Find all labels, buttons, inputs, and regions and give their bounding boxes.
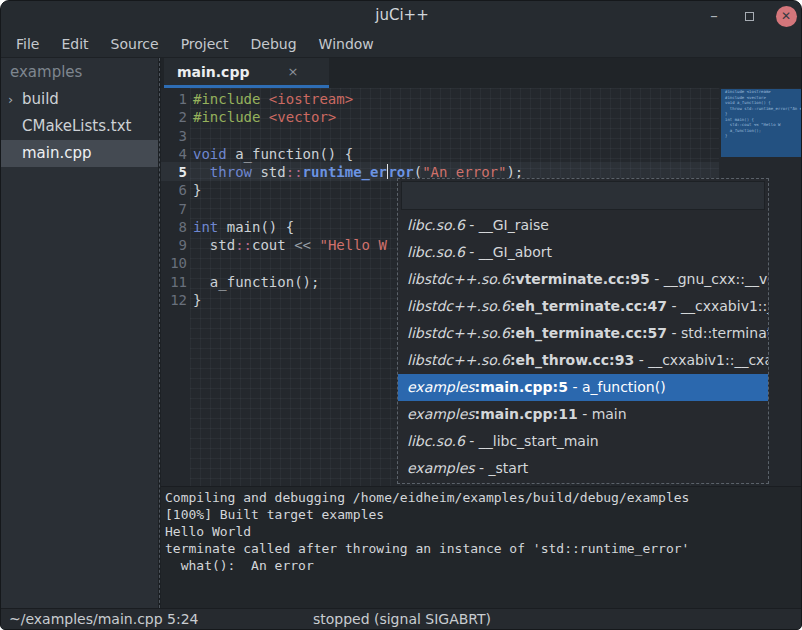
backtrace-row-5[interactable]: libstdc++.so.6:eh_throw.cc:93 - __cxxabi… — [398, 347, 768, 374]
backtrace-popup: libc.so.6 - __GI_raiselibc.so.6 - __GI_a… — [397, 178, 769, 484]
frame-symbol: - __GI_raise — [465, 217, 549, 233]
line-number: 7 — [161, 200, 187, 218]
pane-divider-dash — [159, 58, 160, 608]
backtrace-list: libc.so.6 - __GI_raiselibc.so.6 - __GI_a… — [398, 212, 768, 482]
terminal-line: what(): An error — [165, 557, 802, 574]
frame-library: examples — [407, 379, 475, 395]
code-segment: #include — [193, 109, 269, 125]
backtrace-row-3[interactable]: libstdc++.so.6:eh_terminate.cc:47 - __cx… — [398, 293, 768, 320]
close-button[interactable]: ✕ — [769, 1, 802, 31]
restore-button[interactable] — [734, 1, 764, 31]
tree-item-cmakelists-txt[interactable]: CMakeLists.txt — [1, 113, 158, 140]
terminal-line: Hello World — [165, 523, 802, 540]
close-icon: ✕ — [776, 6, 797, 27]
frame-symbol: - __libc_start_main — [465, 433, 599, 449]
frame-symbol: - std::terminate() — [667, 325, 768, 341]
line-number: 6 — [161, 181, 187, 199]
tree-item-build[interactable]: ›build — [1, 86, 158, 113]
frame-symbol: - a_function() — [568, 379, 666, 395]
frame-symbol: - __gnu_cxx::__verbos — [650, 271, 768, 287]
code-segment: } — [193, 182, 201, 198]
frame-file-line: :vterminate.cc:95 — [510, 271, 650, 287]
frame-library: examples — [407, 406, 475, 422]
menu-window[interactable]: Window — [308, 32, 385, 56]
code-segment — [193, 164, 210, 180]
backtrace-row-9[interactable]: examples - _start — [398, 455, 768, 482]
frame-library: libc.so.6 — [407, 244, 465, 260]
frame-file-line: :eh_terminate.cc:57 — [510, 325, 667, 341]
frame-library: libstdc++.so.6 — [407, 352, 510, 368]
code-segment: <iostream> — [269, 91, 353, 107]
code-segment: main() { — [218, 219, 294, 235]
tree-item-label: build — [22, 86, 59, 113]
code-segment: :: — [286, 164, 303, 180]
minimap[interactable]: #include <iostream>#include <vector>void… — [721, 89, 801, 157]
menu-file[interactable]: File — [5, 32, 50, 56]
tab-main-cpp[interactable]: main.cpp × — [164, 58, 329, 88]
frame-library: libc.so.6 — [407, 433, 465, 449]
code-segment: } — [193, 292, 201, 308]
minimap-line: throw std::runtime_error("An error"); — [721, 106, 801, 112]
tree-item-label: main.cpp — [22, 140, 92, 167]
code-segment: "Hello W — [319, 237, 386, 253]
status-debug-state: stopped (signal SIGABRT) — [1, 611, 802, 627]
project-folder-label: examples — [1, 58, 158, 86]
terminal-line: terminate called after throwing an insta… — [165, 540, 802, 557]
menu-project[interactable]: Project — [170, 32, 240, 56]
code-line-8: int main() { — [193, 218, 294, 236]
code-line-9: std::cout << "Hello W — [193, 236, 387, 254]
code-segment: :: — [235, 237, 252, 253]
code-segment: cout — [252, 237, 294, 253]
line-number: 4 — [161, 145, 187, 163]
code-line-11: a_function(); — [193, 273, 319, 291]
backtrace-row-0[interactable]: libc.so.6 - __GI_raise — [398, 212, 768, 239]
terminal-line: Compiling and debugging /home/eidheim/ex… — [165, 489, 802, 506]
line-number: 12 — [161, 291, 187, 309]
menu-edit[interactable]: Edit — [50, 32, 99, 56]
tree-item-label: CMakeLists.txt — [22, 113, 131, 140]
code-segment: runtime_er — [303, 164, 387, 180]
code-segment: std — [193, 237, 235, 253]
code-line-1: #include <iostream> — [193, 90, 353, 108]
backtrace-row-7[interactable]: examples:main.cpp:11 - main — [398, 401, 768, 428]
line-number: 8 — [161, 218, 187, 236]
backtrace-row-8[interactable]: libc.so.6 - __libc_start_main — [398, 428, 768, 455]
menubar: FileEditSourceProjectDebugWindow — [1, 31, 802, 58]
file-tree: ›buildCMakeLists.txtmain.cpp — [1, 86, 158, 167]
code-line-2: #include <vector> — [193, 108, 336, 126]
backtrace-row-1[interactable]: libc.so.6 - __GI_abort — [398, 239, 768, 266]
terminal-line: [100%] Built target examples — [165, 506, 802, 523]
backtrace-row-4[interactable]: libstdc++.so.6:eh_terminate.cc:57 - std:… — [398, 320, 768, 347]
frame-file-line: :eh_throw.cc:93 — [510, 352, 634, 368]
window-title: juCi++ — [1, 6, 802, 24]
popup-filter-input[interactable] — [401, 181, 765, 210]
code-segment: throw — [210, 164, 252, 180]
juci-window: juCi++ – ✕ FileEditSourceProjectDebugWin… — [0, 0, 802, 630]
tree-item-main-cpp[interactable]: main.cpp — [1, 140, 158, 167]
menu-source[interactable]: Source — [100, 32, 170, 56]
code-segment: std — [252, 164, 286, 180]
code-line-4: void a_function() { — [193, 145, 353, 163]
code-segment: << — [294, 237, 311, 253]
chevron-right-icon[interactable]: › — [8, 86, 22, 113]
frame-library: examples — [407, 460, 475, 476]
line-number: 1 — [161, 90, 187, 108]
code-segment: int — [193, 219, 218, 235]
frame-symbol: - _start — [475, 460, 529, 476]
restore-icon — [745, 12, 754, 21]
terminal-panel[interactable]: Compiling and debugging /home/eidheim/ex… — [161, 486, 802, 608]
frame-library: libstdc++.so.6 — [407, 271, 510, 287]
backtrace-row-6[interactable]: examples:main.cpp:5 - a_function() — [398, 374, 768, 401]
frame-library: libc.so.6 — [407, 217, 465, 233]
menu-debug[interactable]: Debug — [240, 32, 308, 56]
frame-symbol: - __cxxabiv1::__tern — [667, 298, 768, 314]
tab-close-icon[interactable]: × — [287, 64, 298, 79]
statusbar: ~/examples/main.cpp 5:24 stopped (signal… — [1, 608, 802, 630]
frame-file-line: :main.cpp:5 — [475, 379, 568, 395]
line-number: 10 — [161, 254, 187, 272]
backtrace-row-2[interactable]: libstdc++.so.6:vterminate.cc:95 - __gnu_… — [398, 266, 768, 293]
line-number: 9 — [161, 236, 187, 254]
minimize-button[interactable]: – — [699, 1, 729, 31]
line-number: 11 — [161, 273, 187, 291]
frame-symbol: - main — [578, 406, 627, 422]
